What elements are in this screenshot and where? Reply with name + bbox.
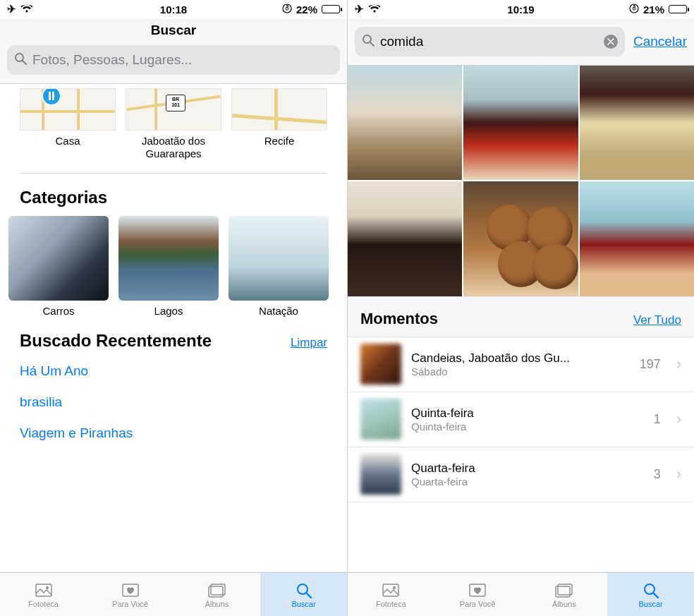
category-card[interactable]: Natação [229,216,329,317]
svg-point-18 [393,586,396,589]
moment-row[interactable]: Quinta-feira Quinta-feira 1 › [348,392,694,447]
svg-point-7 [46,586,49,589]
rotation-lock-icon [282,4,292,16]
place-map-thumb: BR101 [126,88,221,131]
moment-title: Candeias, Jaboatão dos Gu... [411,351,630,366]
results-grid [348,66,694,296]
library-icon [381,581,401,598]
search-input[interactable] [380,34,598,49]
place-label: Jaboatão dos Guararapes [126,135,221,160]
svg-line-12 [306,593,311,598]
place-label: Recife [231,135,327,147]
categories-section: Categorias Carros Lagos Natação [0,174,347,317]
heart-icon [468,581,487,598]
recent-search-item[interactable]: brasilia [20,394,327,410]
recent-search-item[interactable]: Viagem e Piranhas [20,425,327,441]
tab-for-you[interactable]: Para Você [434,573,521,616]
page-title: Buscar [7,23,340,38]
rotation-lock-icon [629,4,639,16]
see-all-button[interactable]: Ver Tudo [633,313,681,327]
tab-library[interactable]: Fototeca [348,573,434,616]
category-card[interactable]: Carros [8,216,109,317]
svg-line-23 [653,593,658,598]
wifi-icon [20,4,33,16]
result-photo[interactable] [463,66,578,180]
battery-icon [322,5,340,13]
status-time: 10:18 [160,4,187,16]
tab-label: Buscar [639,600,663,608]
moment-thumb [360,344,401,385]
search-icon [294,581,314,598]
tab-search[interactable]: Buscar [260,573,347,616]
category-thumb [118,216,219,301]
moments-header: Momentos Ver Tudo [348,296,694,337]
tab-label: Fototeca [28,600,59,608]
moment-row[interactable]: Quarta-feira Quarta-feira 3 › [348,447,694,502]
place-label: Casa [20,135,116,147]
home-pin-icon [42,88,61,106]
svg-rect-1 [286,7,288,10]
tab-label: Álbuns [552,600,576,608]
tab-label: Buscar [291,600,315,608]
place-card[interactable]: BR101 Jaboatão dos Guararapes [126,88,221,160]
status-battery-text: 22% [296,4,317,16]
category-label: Natação [229,305,329,317]
clear-recent-button[interactable]: Limpar [291,336,327,350]
chevron-right-icon: › [676,410,681,428]
recent-title: Buscado Recentemente [20,331,212,351]
search-bar[interactable] [7,45,340,75]
place-card[interactable]: Casa [20,88,116,160]
search-icon [14,52,27,68]
moment-thumb [360,454,401,495]
svg-line-3 [23,61,26,64]
search-bar[interactable] [355,27,625,56]
tab-albums[interactable]: Álbuns [521,573,608,616]
library-icon [34,581,54,598]
tab-label: Para Você [460,600,496,608]
tab-library[interactable]: Fototeca [0,573,87,616]
search-icon [641,581,661,598]
svg-rect-14 [633,7,635,10]
place-map-thumb [231,88,327,131]
svg-rect-5 [52,92,54,100]
category-thumb [229,216,329,301]
screen-results: ✈ 10:19 21% Cancelar [347,0,694,616]
status-bar: ✈ 10:19 21% [348,0,694,18]
result-photo[interactable] [580,66,694,180]
moment-thumb [360,399,401,440]
albums-icon [207,581,227,598]
search-input[interactable] [32,52,333,68]
category-thumb [8,216,109,301]
recent-search-item[interactable]: Há Um Ano [20,363,327,379]
result-photo[interactable] [463,181,578,296]
result-photo[interactable] [348,66,462,180]
place-card[interactable]: Recife [231,88,327,160]
heart-icon [121,581,140,598]
clear-search-button[interactable] [604,35,618,49]
svg-line-16 [370,42,374,46]
category-label: Lagos [118,305,219,317]
place-map-thumb [20,88,116,131]
moment-sub: Quinta-feira [411,421,644,433]
moment-sub: Quarta-feira [411,476,644,488]
albums-icon [554,581,574,598]
tab-for-you[interactable]: Para Você [87,573,174,616]
result-photo[interactable] [348,181,462,296]
categories-title: Categorias [20,188,107,207]
header: Buscar [0,18,347,84]
tab-search[interactable]: Buscar [607,573,694,616]
result-photo[interactable] [580,181,694,296]
tab-bar: Fototeca Para Você Álbuns Buscar [0,572,347,616]
tab-label: Fototeca [376,600,406,608]
airplane-icon: ✈ [355,3,364,16]
moments-title: Momentos [360,310,438,328]
cancel-button[interactable]: Cancelar [633,34,687,49]
places-row: Casa BR101 Jaboatão dos Guararapes Recif… [0,84,347,160]
svg-rect-17 [383,584,398,596]
airplane-icon: ✈ [7,3,16,16]
moment-row[interactable]: Candeias, Jaboatão dos Gu... Sábado 197 … [348,337,694,392]
moment-count: 3 [654,467,661,482]
tab-albums[interactable]: Álbuns [174,573,260,616]
category-card[interactable]: Lagos [118,216,219,317]
moment-count: 1 [654,412,661,427]
